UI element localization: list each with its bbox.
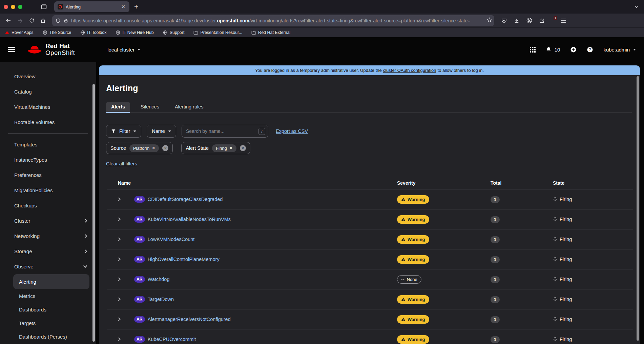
tab-title: Alerting	[66, 4, 121, 9]
user-menu-dropdown[interactable]: kube:admin	[603, 47, 636, 53]
total-badge: 1	[491, 236, 500, 243]
sidebar-item-dashboards-perses[interactable]: Dashboards (Perses)	[0, 330, 96, 343]
expand-row-chevron-icon[interactable]	[118, 197, 134, 201]
cluster-oauth-configuration-link[interactable]: cluster OAuth configuration	[383, 68, 436, 73]
expand-row-chevron-icon[interactable]	[118, 277, 134, 281]
bookmark-it-new-hire-hub[interactable]: IT New Hire Hub	[116, 30, 153, 35]
bookmark-folder-redhat-external[interactable]: Red Hat External	[251, 30, 290, 35]
sidebar-item-storage[interactable]: Storage	[0, 244, 96, 259]
remove-chip-icon[interactable]: ✕	[229, 146, 233, 150]
notifications-button[interactable]: 10	[546, 46, 560, 53]
bookmark-star-icon[interactable]	[486, 17, 492, 23]
account-icon[interactable]	[524, 16, 534, 26]
bookmark-folder-presentation[interactable]: Presentation Resour...	[193, 30, 242, 35]
sidebar-item-templates[interactable]: Templates	[0, 137, 96, 152]
sidebar-item-cluster[interactable]: Cluster	[0, 213, 96, 228]
content-scrollbar[interactable]	[637, 76, 639, 341]
alert-name-link[interactable]: KubeVirtNoAvailableNodesToRunVMs	[148, 217, 231, 222]
bell-icon	[553, 337, 557, 342]
forward-button[interactable]	[15, 16, 25, 26]
alert-name-link[interactable]: Watchdog	[148, 277, 170, 282]
search-input[interactable]	[186, 128, 256, 134]
column-header-name: Name	[118, 180, 397, 186]
remove-chip-icon[interactable]: ✕	[152, 146, 155, 150]
alert-name-link[interactable]: HighOverallControlPlaneMemory	[148, 257, 220, 262]
tab-alerts[interactable]: Alerts	[106, 102, 130, 112]
extensions-puzzle-icon[interactable]	[537, 16, 547, 26]
sidebar-item-preferences[interactable]: Preferences	[0, 167, 96, 183]
bookmark-rover-apps[interactable]: Rover Apps	[5, 30, 34, 35]
sidebar-item-metrics[interactable]: Metrics	[0, 289, 96, 303]
sidebar-item-alerting[interactable]: Alerting	[13, 274, 89, 289]
name-dropdown-button[interactable]: Name	[147, 125, 176, 138]
clear-chip-group-icon[interactable]: ✕	[162, 145, 168, 151]
alerting-rule-badge: AR	[134, 296, 145, 303]
clear-chip-group-icon[interactable]: ✕	[240, 145, 246, 151]
minimize-window-button[interactable]	[11, 5, 15, 9]
alert-name-link[interactable]: AlertmanagerReceiversNotConfigured	[148, 317, 231, 322]
sidebar-divider	[8, 133, 88, 134]
alert-name-link[interactable]: TargetDown	[148, 297, 174, 302]
bookmark-it-toolbox[interactable]: IT Toolbox	[80, 30, 106, 35]
sidebar-item-dashboards[interactable]: Dashboards	[0, 303, 96, 316]
bookmark-support[interactable]: Support	[163, 30, 185, 35]
export-csv-link[interactable]: Export as CSV	[276, 128, 308, 134]
list-tabs-chevron-icon[interactable]	[635, 5, 639, 8]
expand-row-chevron-icon[interactable]	[118, 337, 134, 341]
redhat-icon	[5, 31, 9, 35]
chip-platform[interactable]: Platform ✕	[129, 144, 159, 152]
cluster-selector-dropdown[interactable]: local-cluster	[107, 47, 140, 53]
sidebar-scrollbar[interactable]	[92, 84, 95, 342]
expand-row-chevron-icon[interactable]	[118, 317, 134, 321]
sidebar-item-instancetypes[interactable]: InstanceTypes	[0, 152, 96, 167]
filter-dropdown-button[interactable]: Filter	[106, 125, 141, 138]
table-row: ARTargetDown Warning 1 Firing	[107, 289, 633, 309]
blocker-extension-icon[interactable]: 1	[549, 17, 556, 24]
address-bar[interactable]: https://console-openshift-console.apps.e…	[52, 15, 494, 26]
tab-alerting-rules[interactable]: Alerting rules	[170, 102, 209, 112]
downloads-icon[interactable]	[512, 16, 522, 26]
expand-row-chevron-icon[interactable]	[118, 217, 134, 221]
browser-tab-alerting[interactable]: Alerting ✕	[54, 1, 129, 12]
sidebar-item-checkups[interactable]: Checkups	[0, 198, 96, 213]
sidebar-item-observe[interactable]: Observe	[0, 259, 96, 274]
sidebar-item-bootable-volumes[interactable]: Bootable volumes	[0, 115, 96, 130]
new-tab-button[interactable]: +	[134, 3, 138, 11]
tab-close-icon[interactable]: ✕	[121, 4, 126, 9]
alert-name-link[interactable]: KubeCPUOvercommit	[148, 337, 196, 342]
alert-name-link[interactable]: CDIDefaultStorageClassDegraded	[148, 197, 223, 202]
pocket-icon[interactable]	[499, 16, 509, 26]
tab-silences[interactable]: Silences	[136, 102, 164, 112]
sidebar-item-catalog[interactable]: Catalog	[0, 84, 96, 99]
alert-name-link[interactable]: LowKVMNodesCount	[148, 237, 195, 242]
expand-row-chevron-icon[interactable]	[118, 237, 134, 241]
connection-lock-icon[interactable]	[63, 18, 68, 23]
chevron-down-icon	[633, 49, 636, 50]
sidebar-item-targets[interactable]: Targets	[0, 316, 96, 330]
help-question-circle-icon[interactable]: ?	[587, 46, 593, 53]
login-notice-banner: You are logged in as a temporary adminis…	[99, 65, 640, 75]
bookmark-the-source[interactable]: The Source	[43, 30, 71, 35]
zoom-window-button[interactable]	[18, 5, 22, 9]
sidebar-toggle-hamburger-icon[interactable]	[8, 47, 17, 52]
menu-hamburger-icon[interactable]	[558, 16, 568, 26]
app-launcher-grid-icon[interactable]	[530, 47, 536, 53]
expand-row-chevron-icon[interactable]	[118, 297, 134, 301]
sidebar-item-virtualmachines[interactable]: VirtualMachines	[0, 99, 96, 115]
tracking-protection-shield-icon[interactable]	[56, 18, 61, 23]
firefox-view-icon[interactable]	[41, 4, 47, 9]
reload-button[interactable]	[26, 16, 37, 26]
sidebar-item-migrationpolicies[interactable]: MigrationPolicies	[0, 183, 96, 198]
sidebar-item-networking[interactable]: Networking	[0, 228, 96, 244]
table-row: ARWatchdog --None 1 Firing	[107, 269, 633, 289]
add-plus-circle-icon[interactable]	[570, 46, 577, 53]
expand-row-chevron-icon[interactable]	[118, 257, 134, 261]
sidebar-item-overview[interactable]: Overview	[0, 69, 96, 84]
window-controls[interactable]	[4, 5, 22, 9]
chip-firing[interactable]: Firing ✕	[212, 144, 236, 152]
home-button[interactable]	[38, 16, 48, 26]
openshift-masthead: Red Hat OpenShift local-cluster 10 ? kub…	[0, 37, 644, 62]
close-window-button[interactable]	[4, 5, 8, 9]
clear-all-filters-link[interactable]: Clear all filters	[106, 161, 137, 166]
back-button[interactable]	[3, 16, 14, 26]
